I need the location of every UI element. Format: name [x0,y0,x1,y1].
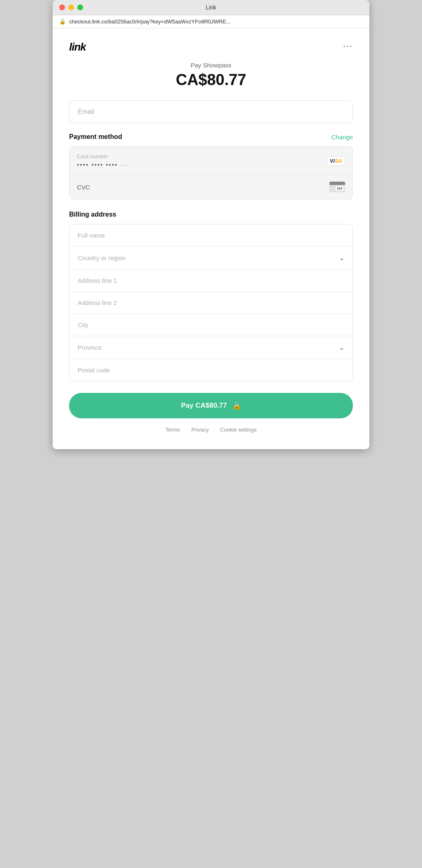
footer-links: Terms · Privacy · Cookie settings [69,427,353,433]
terms-link[interactable]: Terms [165,427,180,433]
full-name-placeholder: Full name [78,232,105,239]
card-container: Card number •••• •••• •••• ··· VISA CVC … [69,146,353,199]
chevron-down-icon: ⌄ [339,344,344,351]
chevron-down-icon: ⌄ [339,254,344,262]
email-input[interactable]: Email [78,108,94,115]
pay-button-label: Pay CA$80.77 [181,402,227,410]
payment-header: Pay Showpass CA$80.77 [69,62,353,89]
address-line1-field[interactable]: Address line 1 [70,270,352,292]
cvc-icon: 123 [329,182,345,192]
menu-dots-button[interactable]: ··· [343,41,353,51]
country-placeholder: Country or region [78,254,125,261]
close-button[interactable] [59,5,65,10]
full-name-field[interactable]: Full name [70,224,352,247]
payment-method-title: Payment method [69,133,122,141]
footer-dot-2: · [214,427,216,433]
minimize-button[interactable] [68,5,74,10]
cvc-row[interactable]: CVC 123 [70,175,352,199]
payment-method-header: Payment method Change [69,133,353,141]
card-number-row[interactable]: Card number •••• •••• •••• ··· VISA [70,147,352,175]
pay-to-label: Pay Showpass [69,62,353,69]
payment-container: link ··· Pay Showpass CA$80.77 Email Pay… [53,28,369,449]
province-placeholder: Province [78,344,102,351]
billing-address-title: Billing address [69,211,353,218]
page-content: link ··· Pay Showpass CA$80.77 Email Pay… [53,28,369,449]
address-bar: 🔒 checkout.link.co/ba0256ac0/#/pay?key=d… [53,15,369,28]
footer-dot-1: · [185,427,186,433]
billing-fields: Full name Country or region ⌄ Address li… [69,224,353,381]
lock-icon: 🔒 [59,18,66,25]
url-text: checkout.link.co/ba0256ac0/#/pay?key=dW5… [69,18,231,25]
cvc-label: CVC [77,184,90,191]
address-line2-placeholder: Address line 2 [78,299,117,306]
pay-button[interactable]: Pay CA$80.77 🔒 [69,393,353,418]
city-placeholder: City [78,321,88,328]
city-field[interactable]: City [70,314,352,336]
privacy-link[interactable]: Privacy [191,427,209,433]
cookie-settings-link[interactable]: Cookie settings [220,427,257,433]
amount-display: CA$80.77 [69,71,353,89]
card-dots: •••• •••• •••• ··· [77,161,128,168]
address-line2-field[interactable]: Address line 2 [70,292,352,314]
card-number-field: Card number •••• •••• •••• ··· [77,153,128,168]
postal-code-field[interactable]: Postal code [70,359,352,381]
card-number-label: Card number [77,153,128,159]
postal-code-placeholder: Postal code [78,367,110,374]
maximize-button[interactable] [77,5,83,10]
country-field[interactable]: Country or region ⌄ [70,247,352,270]
title-bar: Link [53,0,369,15]
visa-icon: VISA [327,156,345,166]
page-header: link ··· [69,41,353,53]
lock-pay-icon: 🔒 [232,401,241,410]
cvc-number: 123 [336,186,343,191]
window-title: Link [206,4,216,11]
address-line1-placeholder: Address line 1 [78,277,117,284]
change-button[interactable]: Change [331,134,353,141]
link-logo: link [69,41,86,53]
email-section[interactable]: Email [69,100,353,123]
window-controls [59,5,83,10]
province-field[interactable]: Province ⌄ [70,336,352,359]
